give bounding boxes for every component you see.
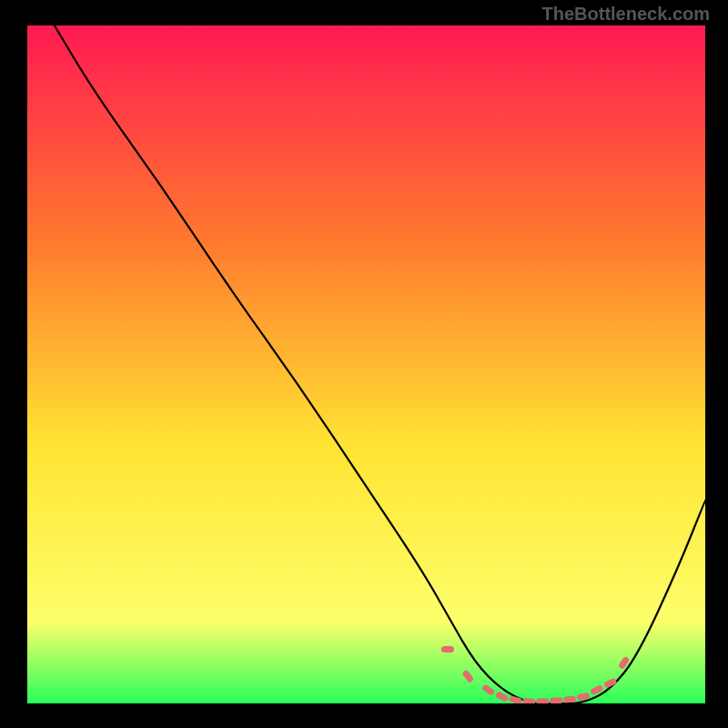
chart-container: TheBottleneck.com bbox=[0, 0, 728, 728]
plot-area bbox=[27, 25, 705, 703]
watermark-text: TheBottleneck.com bbox=[542, 4, 710, 25]
gradient-background bbox=[27, 25, 705, 703]
svg-rect-0 bbox=[441, 646, 454, 652]
chart-svg bbox=[27, 25, 705, 703]
svg-rect-6 bbox=[536, 698, 549, 703]
svg-rect-7 bbox=[550, 697, 562, 703]
